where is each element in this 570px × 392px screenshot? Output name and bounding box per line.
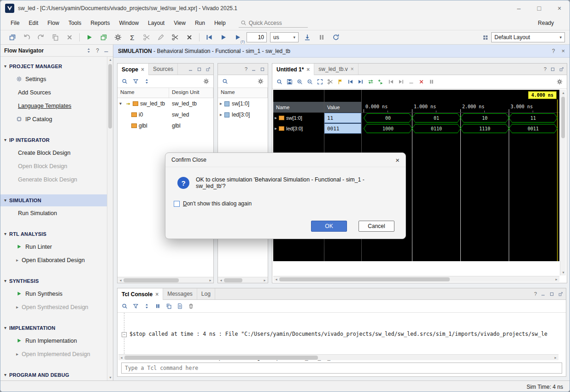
flownav-section-program-and-debug[interactable]: ▾ PROGRAM AND DEBUG bbox=[0, 369, 107, 380]
collapse-all-icon[interactable] bbox=[86, 47, 92, 53]
menu-tools[interactable]: Tools bbox=[64, 18, 86, 28]
wave-column-name[interactable]: Name bbox=[273, 102, 324, 113]
settings-button[interactable] bbox=[112, 32, 123, 43]
flownav-item-add-sources[interactable]: Add Sources bbox=[0, 86, 107, 99]
flownav-item-run-synthesis[interactable]: Run Synthesis bbox=[0, 287, 107, 300]
expand-collapse-icon[interactable] bbox=[144, 78, 150, 84]
minimize-window-button[interactable]: – bbox=[509, 0, 529, 16]
flownav-section-synthesis[interactable]: ▾ SYNTHESIS bbox=[0, 275, 107, 287]
quick-access-search[interactable] bbox=[239, 19, 308, 28]
scope-hscrollbar[interactable]: ◂ ▸ bbox=[118, 277, 213, 283]
flownav-section-implementation[interactable]: ▾ IMPLEMENTATION bbox=[0, 322, 107, 334]
maximize-window-button[interactable]: □ bbox=[529, 0, 549, 16]
close-icon[interactable]: × bbox=[141, 66, 144, 73]
step-button[interactable] bbox=[302, 32, 313, 43]
add-marker-icon[interactable] bbox=[378, 79, 384, 85]
wave-hscrollbar[interactable]: ◂ ▸ bbox=[273, 276, 559, 282]
wave-signal-value-led[interactable]: 0011 bbox=[324, 123, 361, 134]
scroll-down-icon[interactable]: ▾ bbox=[107, 374, 113, 380]
ok-button[interactable]: OK bbox=[311, 221, 347, 232]
scroll-left-icon[interactable]: ◂ bbox=[118, 355, 124, 361]
tab-messages[interactable]: Messages bbox=[163, 288, 197, 299]
flow-navigator-scrollbar[interactable]: ▴ ▾ bbox=[107, 57, 113, 380]
flownav-item-create-block-design[interactable]: Create Block Design bbox=[0, 146, 107, 159]
flownav-section-project-manager[interactable]: ▾ PROJECT MANAGER bbox=[0, 60, 107, 72]
tcl-command-input[interactable] bbox=[122, 365, 562, 371]
wave-column-value[interactable]: Value bbox=[324, 102, 361, 113]
column-design-unit[interactable]: Design Unit bbox=[169, 88, 213, 98]
zoom-fit-icon[interactable] bbox=[317, 79, 323, 85]
fit-height-icon[interactable] bbox=[429, 79, 435, 85]
maximize-icon[interactable] bbox=[550, 67, 555, 72]
filter-icon[interactable] bbox=[133, 78, 139, 84]
cancel-button[interactable]: Cancel bbox=[358, 221, 394, 232]
close-icon[interactable]: × bbox=[155, 291, 159, 298]
flownav-item-generate-block-design[interactable]: Generate Block Design bbox=[0, 173, 107, 186]
restart-sim-button[interactable] bbox=[204, 32, 215, 43]
scope-row-i0[interactable]: i0 sw_led bbox=[118, 109, 213, 120]
clear-button[interactable] bbox=[184, 32, 195, 43]
next-transition-icon[interactable] bbox=[358, 79, 364, 85]
chevron-right-icon[interactable]: ▸ bbox=[220, 112, 222, 117]
scrollbar-thumb[interactable] bbox=[279, 277, 450, 281]
scroll-right-icon[interactable]: ▸ bbox=[553, 276, 559, 282]
scroll-right-icon[interactable]: ▸ bbox=[552, 355, 558, 361]
menu-help[interactable]: Help bbox=[210, 18, 230, 28]
wave-signal-name-led[interactable]: ▸ led[3:0] bbox=[273, 123, 324, 134]
search-icon[interactable] bbox=[122, 78, 128, 84]
relaunch-sim-button[interactable] bbox=[330, 32, 341, 43]
float-icon[interactable] bbox=[558, 292, 563, 297]
maximize-icon[interactable] bbox=[260, 67, 265, 72]
expand-collapse-icon[interactable] bbox=[144, 303, 150, 309]
time-ruler[interactable]: 0.000 ns 1.000 ns 2.000 ns 3.000 ns bbox=[362, 102, 559, 113]
help-icon[interactable]: ? bbox=[544, 67, 546, 72]
redo-button[interactable] bbox=[35, 32, 47, 43]
delete-x-icon[interactable] bbox=[418, 79, 424, 85]
chevron-right-icon[interactable]: ▸ bbox=[275, 116, 277, 120]
search-icon[interactable] bbox=[276, 79, 282, 85]
tab-log[interactable]: Log bbox=[197, 288, 215, 299]
help-icon[interactable]: ? bbox=[96, 48, 99, 53]
close-icon[interactable]: × bbox=[306, 66, 310, 73]
minimize-icon[interactable] bbox=[541, 292, 546, 297]
filter-icon[interactable] bbox=[133, 303, 139, 309]
flownav-item-language-templates[interactable]: Language Templates bbox=[0, 99, 107, 112]
menu-reports[interactable]: Reports bbox=[86, 18, 114, 28]
scrollbar-thumb[interactable] bbox=[224, 278, 242, 282]
search-icon[interactable] bbox=[222, 78, 228, 84]
minimize-icon[interactable] bbox=[103, 47, 109, 53]
float-icon[interactable] bbox=[559, 67, 564, 72]
scroll-right-icon[interactable]: ▸ bbox=[207, 277, 213, 283]
fold-toggle[interactable]: − bbox=[122, 332, 127, 337]
flownav-item-open-elaborated-design[interactable]: ▸ Open Elaborated Design bbox=[0, 253, 107, 267]
flownav-item-run-implementation[interactable]: Run Implementation bbox=[0, 334, 107, 347]
menu-window[interactable]: Window bbox=[114, 18, 143, 28]
column-name[interactable]: Name bbox=[118, 88, 169, 98]
object-row-sw[interactable]: ▸ sw[1:0] bbox=[218, 98, 268, 109]
run-all-button[interactable] bbox=[218, 32, 229, 43]
menu-layout[interactable]: Layout bbox=[143, 18, 169, 28]
tab-sw-led-tb-v[interactable]: sw_led_tb.v × bbox=[314, 64, 358, 75]
flownav-item-ip-catalog[interactable]: IP Catalog bbox=[0, 112, 107, 126]
edit-button[interactable] bbox=[155, 32, 166, 43]
flownav-section-ip-integrator[interactable]: ▾ IP INTEGRATOR bbox=[0, 134, 107, 146]
sim-time-input[interactable] bbox=[247, 32, 267, 42]
flownav-item-settings[interactable]: Settings bbox=[0, 72, 107, 86]
object-row-led[interactable]: ▸ led[3:0] bbox=[218, 109, 268, 120]
run-for-time-button[interactable]: (T) bbox=[232, 32, 243, 43]
scrollbar-thumb[interactable] bbox=[123, 278, 179, 282]
scrollbar-thumb[interactable] bbox=[561, 97, 565, 138]
close-icon[interactable]: × bbox=[561, 48, 565, 54]
flownav-section-simulation[interactable]: ▾ SIMULATION bbox=[0, 194, 107, 206]
program-device-button[interactable] bbox=[98, 32, 109, 43]
menu-run[interactable]: Run bbox=[190, 18, 210, 28]
tcl-command-box[interactable] bbox=[121, 363, 562, 374]
dialog-titlebar[interactable]: Confirm Close × bbox=[165, 153, 405, 167]
help-icon[interactable]: ? bbox=[245, 67, 247, 72]
flownav-item-open-block-design[interactable]: Open Block Design bbox=[0, 159, 107, 173]
open-recent-button[interactable] bbox=[7, 32, 18, 43]
previous-transition-icon[interactable] bbox=[347, 79, 353, 85]
menu-file[interactable]: File bbox=[6, 18, 24, 28]
zoom-out-icon[interactable] bbox=[307, 79, 313, 85]
wave-signal-value-sw[interactable]: 11 bbox=[324, 113, 361, 123]
